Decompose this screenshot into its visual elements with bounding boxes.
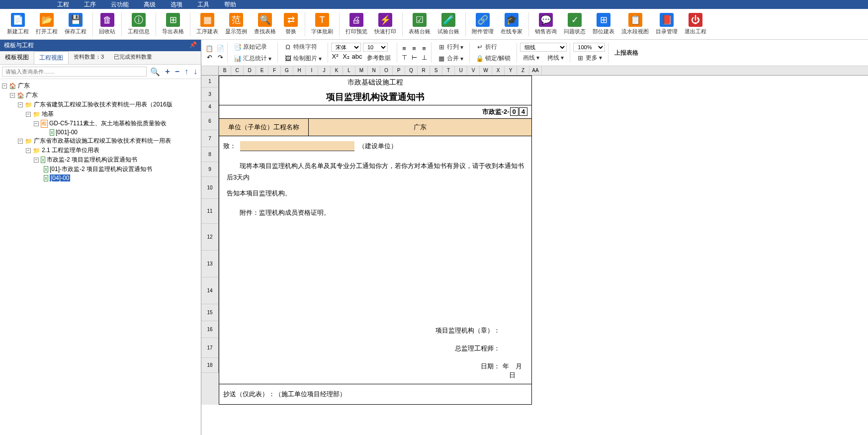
column-header[interactable]: N xyxy=(368,66,380,75)
column-header[interactable]: W xyxy=(480,66,492,75)
subscript-icon[interactable]: X₂ xyxy=(342,53,350,61)
tree-node[interactable]: 地基 xyxy=(42,110,54,118)
font-select[interactable]: 宋体 xyxy=(331,43,361,52)
strikethrough-icon[interactable]: abc xyxy=(353,53,361,61)
menu-item[interactable]: 选项 xyxy=(163,0,190,9)
row-header[interactable]: 10 xyxy=(201,177,219,199)
valign-bot-icon[interactable]: ⊥ xyxy=(420,53,428,61)
row-header[interactable]: 8 xyxy=(201,147,219,162)
tree-toggle[interactable]: − xyxy=(34,121,39,126)
column-header[interactable]: T xyxy=(442,66,455,75)
tree-leaf[interactable]: [01]-市政监-2 项目监理机构设置通知书 xyxy=(50,165,152,174)
tree-root[interactable]: 广东 xyxy=(18,82,30,90)
remove-icon[interactable]: − xyxy=(174,67,181,76)
report-button[interactable]: 上报表格 xyxy=(611,48,641,58)
tab-project-view[interactable]: 工程视图 xyxy=(34,51,69,64)
redo-icon[interactable]: ↷ xyxy=(216,53,224,61)
original-record-button[interactable]: 📑原始记录 xyxy=(231,42,274,52)
tree-node[interactable]: 2.1 工程监理单位用表 xyxy=(42,146,99,155)
menu-item[interactable]: 帮助 xyxy=(217,0,244,9)
tab-template-view[interactable]: 模板视图 xyxy=(0,51,34,64)
copyline-button[interactable]: 拷线 ▾ xyxy=(544,53,567,63)
column-header[interactable]: X xyxy=(492,66,505,75)
ribbon-button[interactable]: 🎓在线专家 xyxy=(498,12,525,36)
undo-icon[interactable]: ↶ xyxy=(205,53,213,61)
corner-cell[interactable] xyxy=(201,66,219,75)
row-header[interactable]: 11 xyxy=(201,199,219,224)
cc-input[interactable] xyxy=(350,389,439,399)
row-header[interactable]: 18 xyxy=(201,358,219,373)
ribbon-button[interactable]: 范显示范例 xyxy=(222,12,250,36)
ribbon-button[interactable]: T字体批刷 xyxy=(308,12,336,36)
ribbon-button[interactable]: 💾保存工程 xyxy=(62,12,89,36)
ribbon-button[interactable]: ⇄替换 xyxy=(280,12,302,36)
column-header[interactable]: V xyxy=(467,66,480,75)
ribbon-button[interactable]: 🔍查找表格 xyxy=(251,12,279,36)
column-header[interactable]: R xyxy=(418,66,430,75)
ribbon-button[interactable]: 📕目录管理 xyxy=(653,12,681,36)
column-header[interactable]: C xyxy=(231,66,244,75)
rowcol-button[interactable]: ⊞行列 ▾ xyxy=(434,42,466,52)
paste-icon[interactable]: 📋 xyxy=(205,44,213,52)
column-header[interactable]: G xyxy=(281,66,293,75)
menu-item[interactable]: 云功能 xyxy=(103,0,136,9)
row-header[interactable]: 16 xyxy=(201,321,219,338)
draw-image-button[interactable]: 🖼绘制图片 ▾ xyxy=(281,53,325,64)
column-header[interactable]: M xyxy=(355,66,368,75)
ribbon-button[interactable]: 📄新建工程 xyxy=(4,12,32,36)
menu-item[interactable]: 工程 xyxy=(50,0,77,9)
ribbon-button[interactable]: 🗑回收站 xyxy=(96,12,118,36)
valign-mid-icon[interactable]: ⊢ xyxy=(410,53,418,61)
column-header[interactable]: O xyxy=(380,66,393,75)
tree-node[interactable]: 广东省建筑工程竣工验收技术资料统一用表（2016版 xyxy=(34,100,173,109)
ribbon-button[interactable]: ⓘ工程信息 xyxy=(125,12,153,36)
line-style-select[interactable]: 细线 xyxy=(520,43,567,52)
tree-toggle[interactable]: − xyxy=(26,112,31,117)
down-icon[interactable]: ↓ xyxy=(192,67,199,76)
row-header[interactable]: 9 xyxy=(201,162,219,177)
tree-toggle[interactable]: − xyxy=(34,158,39,163)
tree-toggle[interactable]: − xyxy=(18,139,23,144)
add-icon[interactable]: + xyxy=(164,67,171,76)
row-header[interactable]: 7 xyxy=(201,130,219,147)
align-left-icon[interactable]: ≡ xyxy=(400,44,408,52)
more-button[interactable]: ⊞更多 ▾ xyxy=(573,53,605,63)
brush-button[interactable]: 画线 ▾ xyxy=(520,53,542,63)
ribbon-button[interactable]: 💬销售咨询 xyxy=(532,12,560,36)
tree-node[interactable]: 市政监-2 项目监理机构设置通知书 xyxy=(47,156,137,164)
column-header[interactable]: AA xyxy=(529,66,542,75)
wrap-button[interactable]: ↵折行 xyxy=(473,42,514,52)
sig-eng-input[interactable] xyxy=(500,344,524,354)
row-header[interactable]: 1 xyxy=(201,76,219,87)
ribbon-button[interactable]: 🔗附件管理 xyxy=(469,12,497,36)
column-header[interactable]: S xyxy=(430,66,442,75)
column-header[interactable]: Q xyxy=(405,66,418,75)
ribbon-button[interactable]: ✓问题状态 xyxy=(561,12,589,36)
column-header[interactable]: I xyxy=(306,66,318,75)
column-header[interactable]: K xyxy=(331,66,343,75)
merge-button[interactable]: ▦合并 ▾ xyxy=(434,53,466,64)
menu-item[interactable]: 高级 xyxy=(136,0,163,9)
column-header[interactable]: Z xyxy=(517,66,529,75)
search-icon[interactable]: 🔍 xyxy=(149,67,162,77)
ribbon-button[interactable]: ☑表格台账 xyxy=(406,12,434,36)
tree-leaf[interactable]: [001]-00 xyxy=(56,129,78,136)
special-char-button[interactable]: Ω特殊字符 xyxy=(281,42,325,52)
ribbon-button[interactable]: 📋流水段视图 xyxy=(618,12,652,36)
row-header[interactable]: 14 xyxy=(201,277,219,304)
column-header[interactable]: E xyxy=(256,66,268,75)
column-header[interactable]: L xyxy=(343,66,355,75)
tree-toggle[interactable]: − xyxy=(2,84,7,88)
column-header[interactable]: B xyxy=(219,66,231,75)
row-header[interactable]: 13 xyxy=(201,251,219,277)
tree-node[interactable]: GD-C5-7111素土、灰土地基检验批质量验收 xyxy=(49,119,167,128)
stats-button[interactable]: 📊汇总统计 ▾ xyxy=(231,53,274,64)
search-input[interactable] xyxy=(2,67,147,77)
column-header[interactable]: J xyxy=(318,66,331,75)
row-header[interactable]: 4 xyxy=(201,101,219,112)
copy-icon[interactable]: 📄 xyxy=(216,44,224,52)
align-center-icon[interactable]: ≡ xyxy=(410,44,418,52)
sig-date-input[interactable]: 年 月 日 xyxy=(500,362,524,380)
column-header[interactable]: F xyxy=(268,66,281,75)
tree-toggle[interactable]: − xyxy=(10,93,15,98)
